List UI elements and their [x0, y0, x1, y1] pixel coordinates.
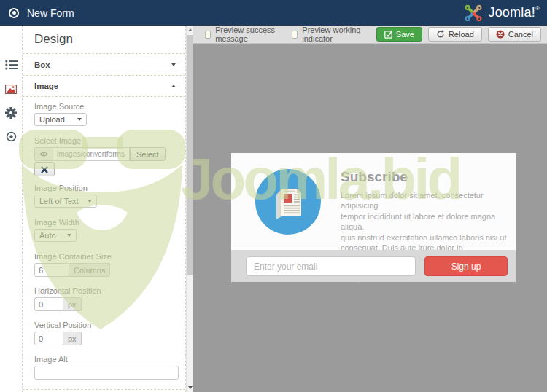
field-label: Image Source	[34, 102, 177, 111]
field-label: Image Width	[34, 218, 177, 227]
checkbox-label: Preview success message	[215, 26, 280, 43]
field-select-image: Select Image Select	[34, 136, 177, 176]
card-bottom-section: Sign up	[231, 250, 516, 282]
field-horizontal-position: Horizontal Position px	[34, 286, 177, 311]
signup-button[interactable]: Sign up	[424, 256, 508, 276]
field-image-source: Image Source Upload	[34, 102, 177, 126]
preview-working-checkbox-row: Preview working indicator	[292, 26, 365, 43]
dropdown-caret-icon	[67, 234, 71, 237]
container-size-group: Columns	[34, 263, 177, 277]
field-label: Horizontal Position	[34, 286, 177, 295]
rail-item-design[interactable]	[0, 81, 22, 97]
target-icon	[6, 131, 17, 142]
field-label: Image Alt	[34, 355, 177, 364]
cancel-button[interactable]: Cancel	[488, 27, 541, 42]
brand-name: Joomla!®	[488, 5, 540, 20]
registered-mark: ®	[535, 5, 540, 12]
preview-canvas: Subscribe Lorem ipsum dolor sit amet, co…	[193, 44, 547, 392]
form-target-icon	[9, 8, 19, 18]
close-icon	[41, 166, 48, 173]
gear-icon	[5, 107, 17, 119]
clear-image-button[interactable]	[34, 162, 55, 176]
body-line: quis nostrud exercitation ullamco labori…	[341, 232, 507, 243]
image-alt-input[interactable]	[34, 366, 179, 380]
app-window: New Form Joomla!®	[0, 0, 547, 392]
preview-eye-addon[interactable]	[34, 147, 53, 161]
panel-title: Design	[34, 32, 73, 47]
preview-success-checkbox-row: Preview success message	[205, 26, 280, 43]
check-square-icon	[384, 31, 392, 39]
dropdown-caret-icon	[88, 200, 92, 203]
icon-rail	[0, 26, 22, 392]
preview-card: Subscribe Lorem ipsum dolor sit amet, co…	[231, 153, 516, 282]
list-icon	[5, 60, 18, 70]
image-icon	[5, 85, 17, 94]
card-top-section: Subscribe Lorem ipsum dolor sit amet, co…	[231, 153, 516, 250]
sidebar-scrollbar	[186, 26, 193, 392]
body-line: tempor incididunt ut labore et dolore ma…	[341, 211, 507, 232]
select-value: Upload	[39, 115, 65, 124]
divider	[23, 96, 185, 97]
newspaper-icon	[271, 183, 306, 221]
caret-down-icon	[171, 63, 176, 66]
checkbox-label: Preview working indicator	[302, 26, 365, 43]
eye-icon	[39, 151, 48, 157]
field-label: Image Position	[34, 184, 177, 192]
dropdown-caret-icon	[77, 118, 82, 121]
vertical-position-group: px	[34, 332, 177, 345]
container-size-input[interactable]	[34, 263, 69, 277]
field-label: Vertical Position	[34, 321, 177, 329]
accordion-box[interactable]: Box	[23, 53, 185, 75]
cancel-circle-icon	[496, 30, 505, 39]
scroll-down-icon[interactable]	[188, 386, 193, 389]
cancel-button-label: Cancel	[508, 30, 533, 39]
reload-button[interactable]: Reload	[428, 27, 482, 42]
caret-up-icon	[171, 85, 176, 87]
px-addon: px	[63, 332, 82, 345]
divider	[23, 389, 185, 390]
form-heading: Subscribe	[341, 169, 408, 185]
rail-item-fields[interactable]	[0, 57, 22, 73]
preview-success-checkbox[interactable]	[205, 31, 211, 39]
select-value: Left of Text	[39, 197, 79, 205]
px-addon: px	[63, 297, 82, 311]
horizontal-position-input[interactable]	[34, 297, 63, 311]
page-title: New Form	[27, 7, 74, 19]
field-vertical-position: Vertical Position px	[34, 321, 177, 345]
design-panel: Design Box Image Image Source Upload Sel…	[22, 26, 186, 392]
joomla-logo: Joomla!®	[464, 4, 540, 22]
accordion-image-label: Image	[34, 82, 58, 90]
vertical-position-input[interactable]	[34, 332, 63, 345]
select-image-button[interactable]: Select	[130, 147, 166, 161]
save-button[interactable]: Save	[376, 27, 422, 42]
field-image-alt: Image Alt	[34, 355, 177, 380]
joomla-logo-icon	[464, 4, 483, 22]
field-label: Select Image	[34, 136, 177, 145]
image-width-select[interactable]: Auto	[34, 229, 77, 242]
horizontal-position-group: px	[34, 297, 177, 311]
topbar: New Form Joomla!®	[0, 0, 547, 26]
field-image-position: Image Position Left of Text	[34, 184, 177, 208]
rail-item-behavior[interactable]	[0, 128, 22, 144]
toolbar-buttons: Save Reload Cancel	[376, 27, 541, 42]
scroll-up-icon[interactable]	[188, 28, 193, 31]
preview-working-checkbox[interactable]	[292, 31, 298, 39]
image-path-input[interactable]	[53, 147, 130, 161]
field-image-container-size: Image Container Size Columns	[34, 252, 177, 277]
save-button-label: Save	[396, 30, 414, 39]
accordion-box-label: Box	[34, 60, 50, 69]
body-line: Lorem ipsum dolor sit amet, consectetur …	[341, 190, 507, 211]
image-position-select[interactable]: Left of Text	[34, 195, 97, 208]
columns-addon: Columns	[69, 263, 110, 277]
reload-icon	[436, 30, 445, 39]
rail-item-options[interactable]	[0, 105, 22, 121]
select-value: Auto	[39, 231, 56, 240]
field-label: Image Container Size	[34, 252, 177, 261]
field-image-width: Image Width Auto	[34, 218, 177, 242]
accordion-image[interactable]: Image	[23, 75, 185, 96]
preview-toolbar: Preview success message Preview working …	[193, 26, 547, 44]
form-image-circle	[255, 169, 321, 235]
email-input[interactable]	[246, 256, 416, 276]
scrollbar-thumb[interactable]	[187, 35, 193, 275]
image-source-select[interactable]: Upload	[34, 113, 87, 126]
